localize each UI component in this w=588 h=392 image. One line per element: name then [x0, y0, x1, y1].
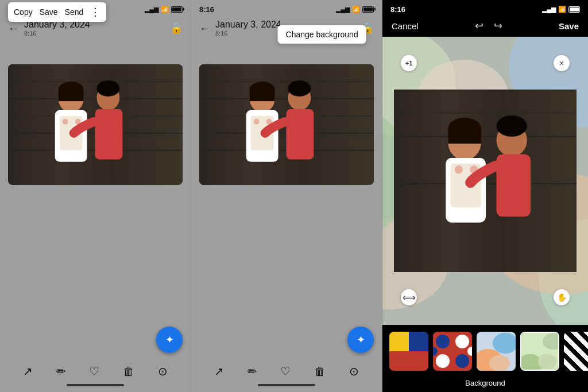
context-menu: Copy Save Send ⋮: [8, 2, 106, 22]
svg-point-73: [538, 354, 556, 370]
header-subtitle-1: 8:16: [24, 30, 90, 37]
photo-edit-svg: [394, 48, 577, 313]
redo-icon[interactable]: ↪: [494, 20, 502, 32]
header-left-2: ← January 3, 2024 8:16: [199, 20, 281, 37]
svg-point-62: [455, 354, 469, 368]
back-button-2[interactable]: ←: [199, 22, 211, 35]
swatch-yellow-blue-red[interactable]: [389, 332, 428, 371]
move-icon: ✋: [557, 293, 567, 302]
signal-icon-2: ▂▄▆: [336, 6, 350, 13]
action-icons-1: ↗ ✏ ♡ 🗑 ⊙: [0, 361, 191, 382]
status-time-3: 8:16: [390, 5, 405, 14]
swatch-green-svg: [521, 333, 559, 371]
svg-point-57: [496, 115, 527, 137]
svg-rect-13: [59, 90, 84, 101]
tooltip-text: Change background: [286, 30, 358, 39]
header-title-group-2: January 3, 2024 8:16: [215, 20, 281, 37]
share-icon-1[interactable]: ↗: [23, 364, 33, 378]
photo-svg-1: [8, 64, 183, 185]
delete-icon-2[interactable]: 🗑: [314, 365, 326, 378]
heart-icon-2[interactable]: ♡: [280, 364, 291, 378]
wifi-icon-3: 📶: [558, 6, 566, 13]
swatch-green-abstract[interactable]: [520, 332, 559, 371]
handle-resize[interactable]: ⟺: [401, 289, 417, 305]
editor-toolbar: Cancel ↩ ↪ Save: [382, 16, 588, 37]
swatch-pastel-abstract[interactable]: [477, 332, 516, 371]
fab-button-2[interactable]: ✦: [347, 327, 374, 353]
more-button[interactable]: ⋮: [90, 6, 100, 18]
svg-point-61: [436, 354, 450, 368]
undo-icon[interactable]: ↩: [475, 20, 483, 32]
svg-rect-56: [496, 154, 530, 217]
cancel-button[interactable]: Cancel: [392, 21, 419, 31]
home-indicator-1: [67, 384, 124, 386]
background-swatches: [382, 332, 588, 377]
handle-add-layer[interactable]: +1: [401, 55, 417, 71]
svg-point-59: [436, 335, 450, 348]
lock-icon-1: 🔒: [170, 22, 183, 34]
panel-editor: 8:16 ▂▄▆ 📶 Cancel ↩ ↪ Save: [382, 0, 588, 392]
status-time-2: 8:16: [199, 5, 214, 14]
header-left-1: ← January 3, 2024 8:16: [8, 20, 90, 37]
change-background-tooltip: Change background: [278, 25, 366, 44]
status-bar-2: 8:16 ▂▄▆ 📶: [191, 0, 382, 16]
wifi-icon-1: 📶: [161, 6, 169, 13]
delete-icon-1[interactable]: 🗑: [123, 365, 134, 378]
swatch-pattern-svg: [433, 332, 472, 371]
svg-rect-32: [287, 109, 314, 160]
save-button[interactable]: Save: [559, 21, 579, 31]
signal-icon-1: ▂▄▆: [145, 6, 158, 13]
magic-icon-2: ✦: [357, 333, 365, 346]
status-bar-3: 8:16 ▂▄▆ 📶: [382, 0, 588, 16]
fab-button-1[interactable]: ✦: [156, 327, 183, 353]
magic-icon-1: ✦: [165, 333, 174, 346]
editor-canvas: +1 × ⟺ ✋: [382, 37, 588, 325]
send-button[interactable]: Send: [65, 7, 84, 17]
handle-close-layer[interactable]: ×: [554, 55, 570, 71]
svg-point-69: [489, 355, 510, 371]
photo-svg-2: [199, 64, 374, 185]
swatch-red-pattern[interactable]: [433, 332, 472, 371]
copy-button[interactable]: Copy: [14, 7, 33, 17]
swatch-pastel-svg: [477, 332, 516, 371]
more-icon-1[interactable]: ⊙: [158, 364, 168, 378]
photo-image-1: [8, 64, 183, 185]
bottom-bar-1: ↗ ✏ ♡ 🗑 ⊙: [0, 356, 191, 392]
editor-tools: ↩ ↪: [475, 20, 502, 32]
bottom-bar-2: ↗ ✏ ♡ 🗑 ⊙: [191, 356, 382, 392]
background-label: Background: [382, 377, 588, 392]
swatch-diagonal-bw[interactable]: [564, 332, 588, 371]
photo-edit-frame[interactable]: +1 × ⟺ ✋: [394, 48, 577, 313]
resize-icon: ⟺: [403, 292, 416, 303]
editor-bottom: Background: [382, 325, 588, 392]
svg-point-63: [447, 346, 458, 357]
more-icon-2[interactable]: ⊙: [349, 364, 359, 378]
status-icons-1: ▂▄▆ 📶: [145, 6, 183, 13]
plus-one-label: +1: [405, 60, 413, 67]
battery-icon-2: [362, 6, 374, 13]
home-indicator-2: [258, 384, 315, 386]
heart-icon-1[interactable]: ♡: [89, 364, 99, 378]
header-title-2: January 3, 2024: [215, 20, 281, 30]
edit-icon-1[interactable]: ✏: [56, 364, 66, 378]
svg-point-16: [96, 80, 119, 96]
photo-container-2: [199, 64, 374, 185]
back-button-1[interactable]: ←: [8, 22, 20, 35]
edit-icon-2[interactable]: ✏: [247, 364, 257, 378]
signal-icon-3: ▂▄▆: [542, 6, 556, 13]
share-icon-2[interactable]: ↗: [214, 364, 224, 378]
panel-gallery-context: 8:16 ▂▄▆ 📶 ← January 3, 2024 8:16 🔒 Copy…: [0, 0, 191, 392]
save-button[interactable]: Save: [40, 7, 58, 17]
svg-point-33: [288, 80, 311, 96]
svg-point-27: [254, 119, 260, 125]
svg-point-10: [63, 119, 68, 125]
header-title-group-1: January 3, 2024 8:16: [24, 20, 90, 37]
handle-move[interactable]: ✋: [554, 289, 570, 305]
photo-image-2: [199, 64, 374, 185]
svg-rect-54: [448, 129, 481, 144]
status-icons-2: ▂▄▆ 📶: [336, 6, 374, 13]
action-icons-2: ↗ ✏ ♡ 🗑 ⊙: [191, 361, 382, 382]
battery-icon-1: [171, 6, 183, 13]
close-label: ×: [559, 59, 564, 68]
header-subtitle-2: 8:16: [215, 30, 281, 37]
